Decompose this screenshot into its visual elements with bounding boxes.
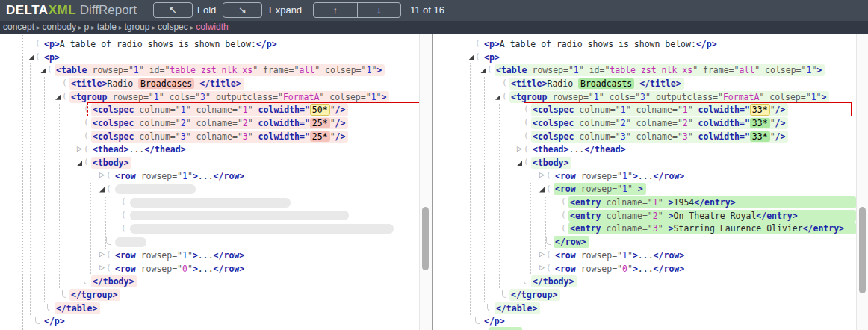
- diffreport-window: DELTAXML DiffReport ↖ Fold ↘ Expand ↑ ↓ …: [0, 0, 868, 330]
- xml-tag: <row: [115, 250, 136, 261]
- xml-tag: </row>: [214, 264, 245, 274]
- xml-tag: <row: [555, 264, 576, 274]
- expand-toggle-icon[interactable]: ▷: [77, 145, 82, 152]
- xml-attr-name: colname=": [601, 223, 653, 234]
- breadcrumb-item-table[interactable]: table: [97, 22, 117, 32]
- logo-xml: XML: [49, 3, 76, 17]
- code-line: [0, 235, 432, 249]
- xml-attr-name: " cols=": [159, 92, 200, 102]
- line-content: [128, 210, 352, 221]
- code-line: (<entry colname="3" >Starring Laurence O…: [440, 222, 868, 236]
- xml-attr-name: ": [248, 131, 258, 142]
- fold-bracket: (: [502, 78, 507, 87]
- expand-button[interactable]: ↘: [223, 2, 262, 18]
- next-diff-button[interactable]: ↓: [358, 3, 401, 17]
- code-line: (<tgroup rowsep="1" cols="3" outputclass…: [0, 90, 432, 104]
- breadcrumb-item-tgroup[interactable]: tgroup: [124, 22, 149, 32]
- expand-arrow-icon: ↘: [238, 4, 247, 16]
- code-line: (<tbody>: [440, 156, 868, 169]
- changed-line-content: </row>: [554, 236, 589, 248]
- expand-toggle-icon[interactable]: ▷: [539, 250, 545, 258]
- breadcrumb-item-colspec[interactable]: colspec: [158, 22, 188, 32]
- collapse-toggle-icon[interactable]: [480, 68, 486, 73]
- fold-bracket-end: [524, 277, 528, 284]
- expand-toggle-icon[interactable]: ▷: [517, 145, 522, 152]
- code-line: (<p>: [440, 51, 868, 64]
- xml-tag: >: [669, 211, 674, 221]
- modified-document-pane: (<p>A table of radio shows is shown belo…: [435, 34, 868, 330]
- expand-toggle-icon[interactable]: ▷: [99, 250, 105, 258]
- deleted-text-chip: Broadcases: [138, 78, 194, 89]
- breadcrumb-item-conbody[interactable]: conbody: [43, 22, 76, 32]
- fold-button[interactable]: ↖: [153, 2, 193, 18]
- xml-attr-value: 1: [811, 92, 816, 102]
- xml-attr-name: " colname=": [626, 131, 683, 142]
- scrollbar-thumb[interactable]: [859, 207, 866, 293]
- code-line: (: [0, 222, 432, 236]
- expand-toggle-icon[interactable]: ▷: [539, 264, 545, 271]
- fold-bracket: (: [524, 117, 529, 127]
- scrollbar-track[interactable]: [419, 34, 432, 330]
- xml-tag: />: [335, 118, 346, 128]
- code-line: (<entry colname="1" >1954</entry>: [440, 196, 868, 209]
- expand-toggle-icon[interactable]: ▷: [539, 171, 545, 178]
- xml-attr-name: rowsep=": [136, 250, 182, 261]
- expand-toggle-icon[interactable]: ▷: [99, 171, 105, 178]
- expand-toggle-icon[interactable]: ▷: [99, 264, 105, 271]
- xml-tag: </title>: [639, 78, 681, 89]
- app-header: DELTAXML DiffReport ↖ Fold ↘ Expand ↑ ↓ …: [0, 0, 868, 21]
- line-content: <p>A table of radio shows is shown below…: [483, 38, 720, 50]
- breadcrumb-item-concept[interactable]: concept: [3, 22, 34, 32]
- absent-content-placeholder: [115, 184, 196, 194]
- collapse-toggle-icon[interactable]: [99, 187, 105, 193]
- collapse-toggle-icon[interactable]: [539, 187, 545, 193]
- scrollbar-track[interactable]: [856, 34, 868, 330]
- xml-tag: >: [669, 223, 674, 234]
- previous-diff-button[interactable]: ↑: [314, 3, 358, 17]
- absent-content-placeholder: [115, 237, 146, 247]
- collapse-toggle-icon[interactable]: [40, 68, 46, 73]
- xml-attr-name: ": [371, 65, 376, 75]
- fold-bracket: (: [47, 64, 52, 74]
- xml-attr-value: 2: [621, 118, 626, 128]
- xml-attr-name: ": [627, 184, 638, 194]
- xml-attr-value: 2: [653, 211, 658, 221]
- xml-text: ...: [198, 250, 214, 261]
- fold-bracket: (: [561, 196, 566, 206]
- fold-bracket: (: [524, 144, 529, 154]
- fold-bracket: (: [84, 117, 89, 127]
- xml-tag: </row>: [214, 250, 245, 261]
- xml-attr-name: rowsep=": [136, 264, 182, 274]
- collapse-toggle-icon[interactable]: [55, 95, 61, 100]
- xml-tag: </thead>: [584, 144, 625, 155]
- breadcrumb-separator-icon: ▸: [149, 23, 158, 31]
- breadcrumb-item-colwidth[interactable]: colwidth: [196, 22, 228, 32]
- xml-attr-name: " colname=": [626, 118, 683, 128]
- xml-attr-value: 1: [134, 65, 139, 75]
- changed-line-content: </table>: [495, 302, 540, 314]
- line-content: <row rowsep="1">...</row>: [554, 249, 687, 261]
- fold-bracket-end: [62, 290, 66, 298]
- xml-tag: <row: [555, 171, 576, 181]
- collapse-toggle-icon[interactable]: [28, 55, 34, 60]
- code-line: ▷(<thead>...</thead>: [0, 143, 432, 157]
- line-content: [128, 197, 294, 208]
- changed-line-content: <title>Radio Broadcases </title>: [69, 78, 244, 90]
- xml-attr-name: rowsep=": [136, 171, 182, 181]
- changed-line-content: <row rowsep="1" >: [554, 183, 646, 195]
- xml-attr-value: 3: [653, 223, 658, 234]
- collapse-toggle-icon[interactable]: [77, 161, 82, 166]
- fold-bracket: (: [121, 210, 126, 220]
- collapse-toggle-icon[interactable]: [468, 55, 474, 60]
- code-line: ▷(<row rowsep="1">...</row>: [0, 249, 432, 262]
- collapse-toggle-icon[interactable]: [495, 95, 500, 100]
- code-line: (<colspec colnum="2" colname="2" colwidt…: [440, 116, 868, 130]
- changed-line-content: <entry colname="1" >1954</entry>: [568, 196, 856, 208]
- line-content: [114, 237, 149, 248]
- breadcrumb-separator-icon: ▸: [89, 23, 97, 31]
- collapse-toggle-icon[interactable]: [517, 161, 522, 166]
- scrollbar-thumb[interactable]: [422, 207, 429, 270]
- changed-line-content: <entry colname="3" >Starring Laurence Ol…: [568, 222, 856, 234]
- xml-tag: >: [193, 264, 198, 274]
- code-line: (<p>A table of radio shows is shown belo…: [0, 37, 432, 51]
